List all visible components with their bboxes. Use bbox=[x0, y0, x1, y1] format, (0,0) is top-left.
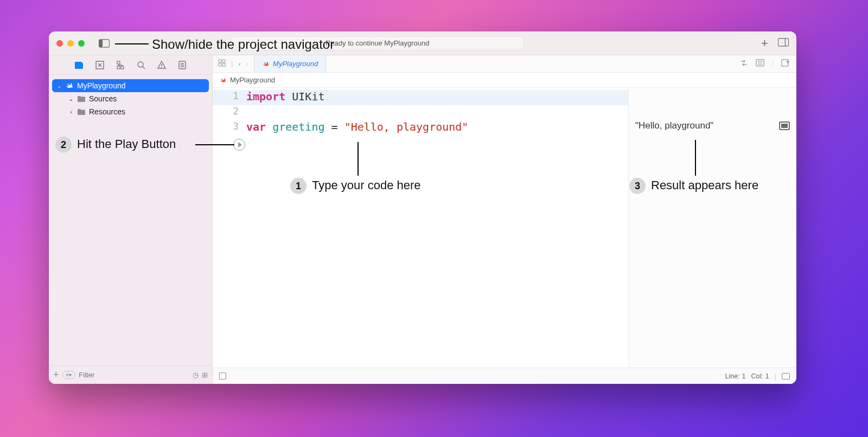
svg-line-14 bbox=[143, 67, 145, 69]
test-navigator-icon[interactable] bbox=[177, 60, 187, 70]
svg-point-13 bbox=[138, 62, 143, 67]
svg-rect-22 bbox=[222, 60, 225, 62]
swift-icon bbox=[262, 60, 270, 68]
editor-tab[interactable]: MyPlayground bbox=[254, 55, 326, 72]
svg-rect-9 bbox=[121, 66, 124, 69]
project-navigator-icon[interactable] bbox=[74, 60, 84, 70]
toggle-navigator-button[interactable] bbox=[99, 39, 110, 48]
toggle-debug-area-button[interactable] bbox=[219, 372, 226, 380]
titlebar: Ready to continue MyPlayground + bbox=[49, 31, 796, 55]
filter-scope-icon[interactable]: ≡▾ bbox=[62, 371, 76, 379]
issue-navigator-icon[interactable] bbox=[157, 60, 167, 70]
adjust-editor-icon[interactable] bbox=[756, 59, 764, 69]
jump-bar[interactable]: MyPlayground bbox=[213, 73, 796, 88]
tree-item-label: Resources bbox=[89, 107, 125, 116]
source-control-navigator-icon[interactable] bbox=[95, 60, 105, 70]
window-controls bbox=[56, 40, 85, 47]
result-row: "Hello, playground" bbox=[635, 120, 790, 131]
svg-rect-2 bbox=[778, 38, 788, 46]
svg-rect-29 bbox=[782, 60, 788, 66]
folder-icon bbox=[77, 95, 86, 102]
annotation-line bbox=[195, 144, 234, 145]
add-editor-icon[interactable] bbox=[781, 59, 790, 69]
folder-icon bbox=[77, 108, 86, 115]
svg-rect-7 bbox=[117, 61, 120, 64]
chevron-down-icon: ⌄ bbox=[56, 83, 62, 89]
zoom-window-button[interactable] bbox=[78, 40, 85, 47]
scm-filter-icon[interactable]: ⊞ bbox=[202, 371, 208, 379]
symbol-navigator-icon[interactable] bbox=[116, 60, 125, 70]
project-navigator: ⌄ MyPlayground ⌄ Sources › Resources + ≡… bbox=[49, 55, 213, 384]
filter-input[interactable] bbox=[79, 371, 189, 379]
swift-icon bbox=[219, 76, 227, 84]
annotation-line bbox=[358, 142, 359, 176]
add-button[interactable]: + bbox=[761, 37, 768, 49]
svg-rect-24 bbox=[222, 63, 225, 66]
toggle-inspectors-button[interactable] bbox=[778, 37, 789, 49]
go-forward-button[interactable]: › bbox=[246, 60, 248, 68]
results-sidebar: "Hello, playground" bbox=[628, 88, 796, 368]
svg-rect-8 bbox=[117, 66, 120, 69]
file-tree: ⌄ MyPlayground ⌄ Sources › Resources bbox=[49, 75, 212, 365]
tree-item-resources[interactable]: › Resources bbox=[52, 105, 209, 118]
tab-label: MyPlayground bbox=[273, 60, 318, 68]
navigator-footer: + ≡▾ ◷ ⊞ bbox=[49, 365, 212, 384]
activity-status: Ready to continue MyPlayground bbox=[231, 36, 524, 50]
quicklook-icon[interactable] bbox=[779, 121, 790, 130]
cursor-line-label: Line: bbox=[725, 372, 740, 380]
tree-root[interactable]: ⌄ MyPlayground bbox=[52, 79, 209, 92]
status-text: Ready to continue MyPlayground bbox=[326, 39, 430, 47]
svg-rect-21 bbox=[219, 60, 221, 62]
play-button[interactable] bbox=[233, 139, 245, 151]
related-items-icon[interactable] bbox=[218, 59, 226, 68]
chevron-right-icon: › bbox=[68, 109, 74, 115]
breadcrumb-file: MyPlayground bbox=[230, 76, 275, 84]
cursor-line-value: 1 bbox=[742, 372, 746, 380]
compare-icon[interactable] bbox=[739, 59, 748, 69]
tree-item-label: Sources bbox=[89, 94, 117, 103]
go-back-button[interactable]: ‹ bbox=[238, 60, 240, 68]
close-window-button[interactable] bbox=[56, 40, 63, 47]
add-file-button[interactable]: + bbox=[53, 369, 59, 381]
swift-icon bbox=[65, 81, 74, 90]
result-value: "Hello, playground" bbox=[635, 120, 713, 131]
annotation-line bbox=[115, 43, 149, 44]
tab-bar: | ‹ › MyPlayground | bbox=[213, 55, 796, 73]
minimize-window-button[interactable] bbox=[67, 40, 74, 47]
annotation-line bbox=[695, 140, 696, 176]
cursor-col-label: Col: bbox=[751, 372, 763, 380]
chevron-down-icon: ⌄ bbox=[68, 96, 74, 102]
editor-footer: Line: 1 Col: 1 | bbox=[213, 368, 796, 384]
editor-pane: | ‹ › MyPlayground | MyPlayground bbox=[213, 55, 796, 384]
cursor-col-value: 1 bbox=[765, 372, 769, 380]
line-number: 3 bbox=[213, 120, 246, 132]
tree-item-sources[interactable]: ⌄ Sources bbox=[52, 92, 209, 105]
tree-root-label: MyPlayground bbox=[77, 81, 126, 90]
editor-area: 1 import UIKit 2 3 var greeting = "Hello… bbox=[213, 88, 796, 368]
navigator-selector bbox=[49, 55, 212, 75]
svg-point-16 bbox=[161, 67, 162, 68]
code-editor[interactable]: 1 import UIKit 2 3 var greeting = "Hello… bbox=[213, 88, 628, 368]
xcode-window: Ready to continue MyPlayground + ⌄ bbox=[49, 31, 796, 384]
line-number: 1 bbox=[213, 90, 246, 101]
svg-rect-1 bbox=[99, 39, 103, 47]
svg-rect-23 bbox=[219, 63, 221, 66]
minimap-toggle-icon[interactable] bbox=[782, 373, 790, 380]
line-number: 2 bbox=[213, 105, 246, 117]
recent-files-icon[interactable]: ◷ bbox=[193, 371, 199, 379]
window-body: ⌄ MyPlayground ⌄ Sources › Resources + ≡… bbox=[49, 55, 796, 384]
find-navigator-icon[interactable] bbox=[136, 60, 146, 70]
